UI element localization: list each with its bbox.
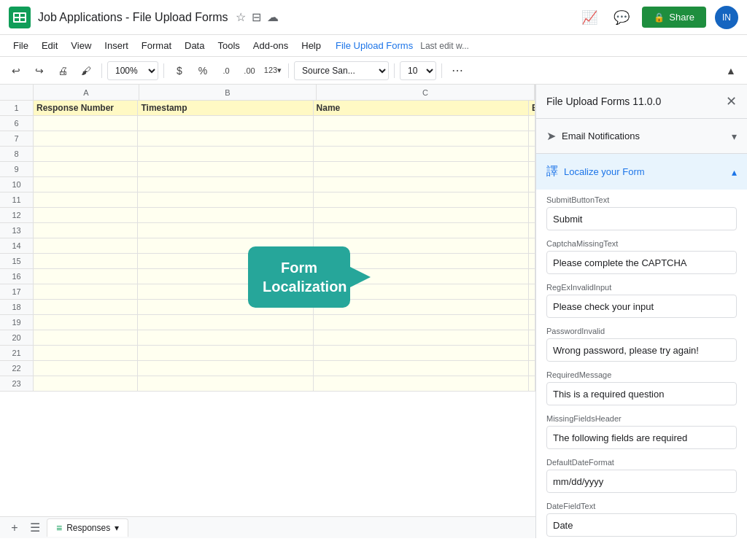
cell-6d[interactable] <box>529 116 535 131</box>
cell-1d[interactable]: Email Addre... <box>529 101 535 115</box>
cell-23a[interactable] <box>34 376 138 391</box>
redo-button[interactable]: ↪ <box>29 61 50 81</box>
cell-23b[interactable] <box>138 376 313 391</box>
decimal-less-button[interactable]: .0 <box>216 61 236 81</box>
cell-7a[interactable] <box>34 131 138 146</box>
panel-close-button[interactable]: ✕ <box>726 93 737 109</box>
cell-6a[interactable] <box>34 116 138 131</box>
cell-6c[interactable] <box>314 116 529 131</box>
file-upload-forms-link[interactable]: File Upload Forms <box>336 40 413 51</box>
share-button[interactable]: 🔒 Share <box>642 7 706 28</box>
field-input-regexinvalidinput[interactable] <box>546 295 737 318</box>
cell-12d[interactable] <box>529 208 535 222</box>
field-input-requiredmessage[interactable] <box>546 382 737 405</box>
percent-button[interactable]: % <box>193 61 213 81</box>
col-header-b[interactable]: B <box>139 85 317 100</box>
field-input-datefieldtext[interactable] <box>546 513 737 537</box>
col-header-c[interactable]: C <box>317 85 535 100</box>
field-input-captchamissingtext[interactable] <box>546 251 737 274</box>
star-icon[interactable]: ☆ <box>236 10 246 24</box>
cell-7d[interactable] <box>529 131 535 146</box>
cell-13b[interactable] <box>138 223 313 238</box>
decimal-more-button[interactable]: .00 <box>239 61 260 81</box>
cell-22c[interactable] <box>314 361 529 376</box>
cell-6b[interactable] <box>138 116 313 131</box>
cell-19d[interactable] <box>529 315 535 330</box>
collapse-toolbar-button[interactable]: ▲ <box>721 61 741 81</box>
cell-21a[interactable] <box>34 346 138 360</box>
cell-17d[interactable] <box>529 284 535 299</box>
col-header-d[interactable] <box>535 85 535 100</box>
font-select[interactable]: Source San... <box>294 61 389 80</box>
localize-form-header[interactable]: 譯 Localize your Form ▴ <box>536 154 747 190</box>
field-input-submitbuttontext[interactable] <box>546 207 737 230</box>
cell-22b[interactable] <box>138 361 313 376</box>
cell-1b[interactable]: Timestamp <box>138 101 313 115</box>
cell-11d[interactable] <box>529 192 535 207</box>
cell-20a[interactable] <box>34 330 138 345</box>
menu-edit[interactable]: Edit <box>36 37 63 54</box>
cell-15a[interactable] <box>34 254 138 268</box>
cell-11b[interactable] <box>138 192 313 207</box>
cell-18a[interactable] <box>34 300 138 314</box>
sheet-menu-button[interactable]: ☰ <box>26 519 44 537</box>
cell-22a[interactable] <box>34 361 138 376</box>
cell-20d[interactable] <box>529 330 535 345</box>
email-notifications-header[interactable]: ➤ Email Notifications ▾ <box>536 119 747 153</box>
menu-help[interactable]: Help <box>295 37 327 54</box>
cell-10a[interactable] <box>34 177 138 192</box>
col-header-a[interactable]: A <box>34 85 139 100</box>
cloud-icon[interactable]: ☁ <box>267 10 279 24</box>
cell-7c[interactable] <box>314 131 529 146</box>
folder-icon[interactable]: ⊟ <box>252 10 261 24</box>
cell-12a[interactable] <box>34 208 138 222</box>
cell-8d[interactable] <box>529 147 535 161</box>
cell-16d[interactable] <box>529 269 535 284</box>
zoom-select[interactable]: 100% <box>107 61 158 80</box>
cell-9a[interactable] <box>34 162 138 176</box>
cell-1a[interactable]: Response Number <box>34 101 138 115</box>
field-input-defaultdateformat[interactable] <box>546 470 737 493</box>
cell-19b[interactable] <box>138 315 313 330</box>
cell-9d[interactable] <box>529 162 535 176</box>
trending-icon[interactable]: 📈 <box>578 6 601 29</box>
menu-addons[interactable]: Add-ons <box>247 37 294 54</box>
undo-button[interactable]: ↩ <box>6 61 26 81</box>
cell-21c[interactable] <box>314 346 529 360</box>
cell-14d[interactable] <box>529 238 535 253</box>
cell-23c[interactable] <box>314 376 529 391</box>
cell-22d[interactable] <box>529 361 535 376</box>
cell-10b[interactable] <box>138 177 313 192</box>
cell-13c[interactable] <box>314 223 529 238</box>
paint-format-button[interactable]: 🖌 <box>76 61 96 81</box>
cell-11a[interactable] <box>34 192 138 207</box>
cell-11c[interactable] <box>314 192 529 207</box>
menu-insert[interactable]: Insert <box>98 37 134 54</box>
more-formats-button[interactable]: ⋯ <box>447 61 468 81</box>
cell-13d[interactable] <box>529 223 535 238</box>
format-123-button[interactable]: 123▾ <box>263 61 283 81</box>
cell-1c[interactable]: Name <box>314 101 529 115</box>
cell-21b[interactable] <box>138 346 313 360</box>
cell-12b[interactable] <box>138 208 313 222</box>
cell-7b[interactable] <box>138 131 313 146</box>
font-size-select[interactable]: 10 <box>400 61 436 80</box>
field-input-missingfieldsheader[interactable] <box>546 426 737 449</box>
cell-18d[interactable] <box>529 300 535 314</box>
spreadsheet-scroll[interactable]: 1 Response Number Timestamp Name Email A… <box>0 101 535 516</box>
cell-17a[interactable] <box>34 284 138 299</box>
tab-dropdown-icon[interactable]: ▾ <box>115 523 119 533</box>
cell-8c[interactable] <box>314 147 529 161</box>
currency-button[interactable]: $ <box>169 61 190 81</box>
cell-19c[interactable] <box>314 315 529 330</box>
cell-10c[interactable] <box>314 177 529 192</box>
cell-19a[interactable] <box>34 315 138 330</box>
avatar[interactable]: IN <box>715 6 738 29</box>
cell-13a[interactable] <box>34 223 138 238</box>
cell-12c[interactable] <box>314 208 529 222</box>
cell-15d[interactable] <box>529 254 535 268</box>
menu-data[interactable]: Data <box>179 37 210 54</box>
menu-file[interactable]: File <box>7 37 34 54</box>
menu-format[interactable]: Format <box>136 37 177 54</box>
menu-view[interactable]: View <box>65 37 97 54</box>
